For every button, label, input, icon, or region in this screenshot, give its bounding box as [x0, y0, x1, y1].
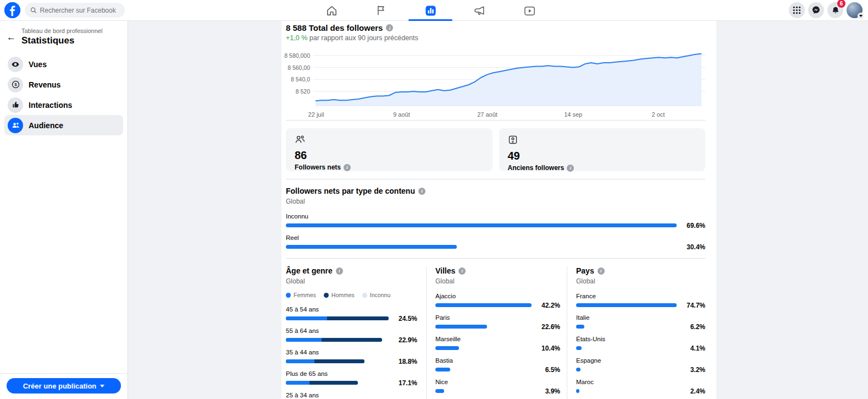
legend-item-hommes: Hommes: [324, 292, 355, 298]
bar-row: Marseille10.4%: [435, 336, 560, 352]
delta-value: +1,0 %: [286, 34, 307, 42]
bar-row-percent: 6.2%: [681, 323, 705, 331]
stacked-bar: [286, 359, 364, 363]
sidebar-item-revenus[interactable]: $ Revenus: [4, 74, 123, 95]
delta-caption: par rapport aux 90 jours précédents: [309, 34, 418, 42]
dollar-icon: $: [8, 77, 23, 92]
bar-row-percent: 2.4%: [681, 387, 705, 395]
bar-track: [576, 389, 677, 393]
tab-home[interactable]: [307, 0, 356, 21]
info-icon[interactable]: i: [458, 267, 466, 275]
bar-row-line: 4.1%: [576, 345, 705, 352]
tab-pages[interactable]: [356, 0, 406, 21]
bar-row-percent: 10.4%: [536, 345, 560, 352]
countries-column: Pays i Global France74.7%Italie6.2%États…: [567, 266, 705, 399]
bar-row-line: 3.9%: [435, 387, 560, 395]
bar: [576, 346, 582, 350]
scope-label: Global: [576, 277, 705, 285]
breadcrumb: Tableau de bord professionnel: [21, 28, 102, 34]
bar: [435, 368, 450, 371]
followers-line-chart: 8 580,0008 560,008 540,08 520 22 juil9 a…: [286, 50, 705, 120]
bar-row-percent: 4.1%: [681, 345, 705, 352]
bar-row: 25 à 34 ans14.8%: [286, 392, 417, 399]
x-axis-tick-label: 22 juil: [308, 111, 324, 118]
followers-nets-value: 86: [295, 149, 484, 162]
main-nav-tabs: [307, 0, 554, 21]
y-axis-tick-label: 8 540,0: [291, 76, 310, 83]
info-icon[interactable]: i: [418, 188, 425, 195]
legend-item-inconnu: Inconnu: [362, 292, 390, 298]
x-axis-tick-label: 27 août: [477, 111, 497, 118]
scope-label: Global: [286, 198, 705, 205]
bar: [435, 346, 459, 350]
legend-label: Hommes: [331, 292, 355, 298]
bar-row-percent: 30.4%: [681, 243, 705, 251]
bar-row-label: Italie: [576, 314, 705, 321]
bar-row-line: 42.2%: [435, 302, 560, 309]
sidebar-item-label: Revenus: [29, 80, 60, 89]
x-axis-tick-label: 2 oct: [652, 111, 665, 118]
messenger-button[interactable]: [808, 2, 824, 18]
svg-text:$: $: [14, 82, 17, 87]
bar: [286, 223, 677, 227]
stacked-bar: [286, 381, 358, 385]
bar-row-label: Plus de 65 ans: [286, 370, 417, 377]
bar-track: [435, 368, 532, 371]
bar-row-label: Espagne: [576, 357, 705, 364]
tab-ads[interactable]: [455, 0, 505, 21]
insights-content-panel: 8 588 Total des followers i +1,0 % par r…: [281, 21, 716, 399]
bar-row: 55 à 64 ans22.9%: [286, 327, 417, 343]
bar-row: Plus de 65 ans17.1%: [286, 370, 417, 386]
bar-row: Espagne3.2%: [576, 357, 705, 373]
x-axis-tick-label: 9 août: [393, 111, 410, 118]
info-icon[interactable]: i: [386, 24, 393, 31]
legend-label: Femmes: [294, 292, 316, 298]
menu-grid-button[interactable]: [789, 2, 805, 18]
hommes-segment: [314, 359, 365, 363]
bar-row-label: Paris: [435, 314, 560, 321]
legend-dot-icon: [286, 293, 291, 298]
bar-row: Paris22.6%: [435, 314, 560, 330]
sidebar-item-interactions[interactable]: Interactions: [4, 95, 123, 115]
legend-dot-icon: [362, 293, 367, 298]
bar-row-line: 6.2%: [576, 323, 705, 330]
followers-nets-card: 86 Followers nets i: [286, 128, 493, 171]
search-input[interactable]: [40, 7, 119, 14]
net-by-content-title: Followers nets par type de contenu: [286, 187, 415, 195]
back-arrow-icon[interactable]: ←: [7, 32, 16, 43]
profile-avatar[interactable]: [847, 2, 863, 18]
femmes-segment: [286, 338, 322, 342]
info-icon[interactable]: i: [598, 267, 605, 275]
facebook-f-icon: [4, 2, 20, 18]
age-gender-legend: FemmesHommesInconnu: [286, 292, 417, 298]
create-post-button[interactable]: Créer une publication: [7, 378, 121, 393]
notifications-button[interactable]: 6: [827, 2, 843, 18]
cities-title: Villes: [435, 266, 455, 275]
info-icon[interactable]: i: [567, 165, 574, 172]
sidebar-item-audience[interactable]: Audience: [4, 115, 123, 135]
bar-row-line: 6.5%: [435, 366, 560, 373]
bar-row-percent: 69.6%: [681, 222, 705, 229]
scope-label: Global: [435, 277, 560, 285]
bar-track: [435, 346, 532, 350]
eye-icon: [8, 57, 23, 72]
bar-row-percent: 24.5%: [393, 315, 417, 323]
hommes-segment: [322, 338, 382, 342]
search-box[interactable]: [25, 3, 125, 18]
bar-row: Maroc2.4%: [576, 379, 705, 395]
cities-column: Villes i Global Ajaccio42.2%Paris22.6%Ma…: [427, 266, 567, 399]
bar-row-label: Bastia: [435, 357, 560, 364]
sidebar-item-vues[interactable]: Vues: [4, 54, 123, 74]
chart-plot-area: [313, 50, 705, 110]
facebook-logo[interactable]: [4, 2, 20, 18]
info-icon[interactable]: i: [344, 164, 351, 171]
net-by-content-section: Followers nets par type de contenu i Glo…: [286, 179, 705, 258]
bar-row-line: 22.9%: [286, 336, 417, 343]
info-icon[interactable]: i: [336, 267, 343, 275]
bar-row-percent: 17.1%: [393, 379, 417, 387]
pages-flag-icon: [375, 4, 387, 17]
tab-insights[interactable]: [406, 0, 455, 21]
anciens-followers-value: 49: [508, 150, 697, 162]
legend-item-femmes: Femmes: [286, 292, 316, 298]
tab-video[interactable]: [505, 0, 554, 21]
